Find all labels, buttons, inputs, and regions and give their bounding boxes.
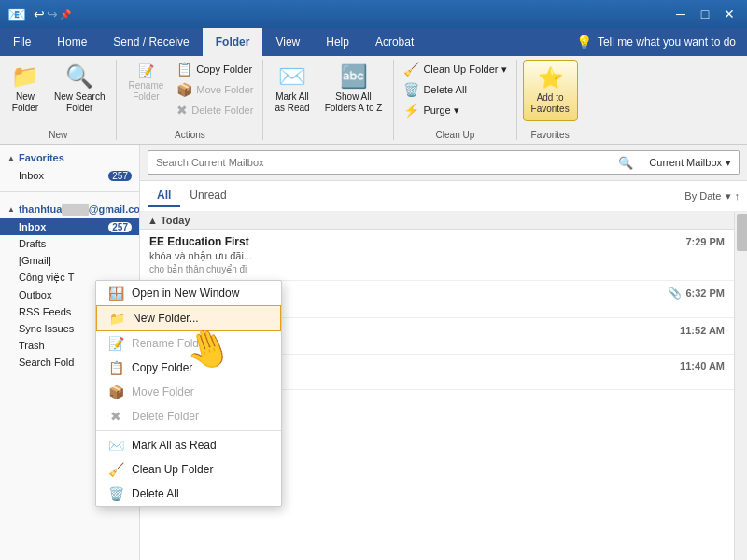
ctx-delete-folder[interactable]: ✖ Delete Folder: [96, 404, 281, 428]
show-all-folders-button[interactable]: 🔤 Show AllFolders A to Z: [319, 60, 388, 118]
purge-button[interactable]: ⚡ Purge ▾: [400, 101, 510, 119]
email-sender-1: EE Education First: [149, 235, 249, 248]
menu-help[interactable]: Help: [313, 28, 362, 56]
copy-folder-icon: 📋: [176, 62, 192, 77]
searchfolder-label: Search Fold: [19, 357, 74, 368]
ribbon-actions-buttons: 📝 RenameFolder 📋 Copy Folder 📦 Move Fold…: [122, 60, 257, 128]
new-folder-button[interactable]: 📁 NewFolder: [6, 60, 45, 118]
new-search-folder-label: New SearchFolder: [54, 91, 105, 114]
email-time-4: 11:40 AM: [680, 360, 725, 371]
favorites-triangle: ▲: [7, 154, 15, 162]
ctx-delete-all[interactable]: 🗑️ Delete All: [96, 482, 281, 506]
date-group-label: ▲ Today: [148, 215, 190, 226]
minimize-button[interactable]: ─: [670, 4, 691, 24]
mailbox-label: Current Mailbox: [649, 157, 722, 168]
open-new-window-icon: 🪟: [107, 286, 124, 301]
mark-all-read-icon: ✉️: [278, 63, 306, 90]
scroll-thumb[interactable]: [737, 214, 747, 251]
move-folder-ctx-icon: 📦: [107, 385, 124, 399]
copy-folder-label: Copy Folder: [196, 63, 252, 75]
ctx-cleanup-folder[interactable]: 🧹 Clean Up Folder: [96, 457, 281, 482]
favorites-header[interactable]: ▲ Favorites: [0, 148, 139, 167]
app-icon: 📧: [7, 6, 26, 23]
cleanup-folder-icon: 🧹: [403, 62, 419, 77]
delete-all-button[interactable]: 🗑️ Delete All: [400, 80, 510, 99]
ctx-open-new-window[interactable]: 🪟 Open in New Window: [96, 281, 281, 305]
sidebar-divider: [0, 191, 139, 192]
delete-folder-ctx-icon: ✖: [107, 409, 124, 424]
ribbon-group-favorites: ⭐ Add toFavorites Favorites: [517, 60, 584, 140]
trash-label: Trash: [19, 340, 45, 351]
sidebar-item-drafts[interactable]: Drafts: [0, 235, 139, 252]
ctx-rename-folder[interactable]: 📝 Rename Folder: [96, 331, 281, 356]
email-list-scrollbar[interactable]: [734, 212, 747, 560]
inbox-badge: 257: [108, 222, 132, 232]
ribbon-group-new: 📁 NewFolder 🔍 New SearchFolder New: [0, 60, 117, 140]
mark-all-read-button[interactable]: ✉️ Mark Allas Read: [269, 60, 315, 118]
sort-area[interactable]: By Date ▾ ↑: [684, 190, 740, 203]
maximize-button[interactable]: □: [695, 4, 715, 24]
tell-me-area[interactable]: 💡 Tell me what you want to do: [565, 28, 747, 56]
inbox-label: Inbox: [19, 221, 46, 232]
attachment-icon-2: 📎: [668, 287, 682, 300]
gmail-label: [Gmail]: [19, 255, 51, 266]
copy-folder-button[interactable]: 📋 Copy Folder: [173, 60, 257, 78]
cleanup-folder-label: Clean Up Folder ▾: [423, 63, 506, 76]
menu-file[interactable]: File: [0, 28, 44, 56]
close-button[interactable]: ✕: [719, 4, 740, 24]
delete-folder-label: Delete Folder: [191, 105, 253, 116]
ctx-move-folder[interactable]: 📦 Move Folder: [96, 380, 281, 404]
undo-button[interactable]: ↩: [34, 7, 45, 21]
sync-label: Sync Issues: [19, 323, 74, 334]
sidebar-item-gmail[interactable]: [Gmail]: [0, 252, 139, 269]
cleanup-col: 🧹 Clean Up Folder ▾ 🗑️ Delete All ⚡ Purg…: [400, 60, 510, 119]
sort-direction-icon[interactable]: ↑: [735, 190, 740, 202]
search-input[interactable]: [156, 157, 618, 168]
lightbulb-icon: 💡: [576, 35, 592, 49]
cleanup-folder-button[interactable]: 🧹 Clean Up Folder ▾: [400, 60, 510, 78]
filter-bar: All Unread By Date ▾ ↑: [140, 181, 747, 212]
pin-button[interactable]: 📌: [60, 9, 71, 20]
ribbon-group-mark: ✉️ Mark Allas Read 🔤 Show AllFolders A t…: [263, 60, 394, 140]
menu-home[interactable]: Home: [44, 28, 100, 56]
ctx-new-folder[interactable]: 📁 New Folder...: [96, 305, 281, 331]
rename-folder-icon: 📝: [138, 63, 154, 78]
search-bar: 🔍 Current Mailbox ▾: [140, 145, 747, 181]
add-to-favorites-button[interactable]: ⭐ Add toFavorites: [523, 60, 578, 121]
ribbon-cleanup-label: Clean Up: [436, 128, 475, 140]
sidebar-item-inbox[interactable]: Inbox 257: [0, 218, 139, 235]
inbox-favorite-label: Inbox: [19, 170, 44, 181]
filter-tab-unread[interactable]: Unread: [180, 185, 235, 207]
ribbon: 📁 NewFolder 🔍 New SearchFolder New 📝 Ren…: [0, 56, 747, 145]
email-item-1[interactable]: EE Education First 7:29 PM khóa và nhận …: [140, 230, 734, 281]
new-search-folder-button[interactable]: 🔍 New SearchFolder: [49, 60, 110, 118]
ctx-copy-folder[interactable]: 📋 Copy Folder: [96, 356, 281, 380]
delete-all-label: Delete All: [423, 84, 466, 95]
account-header[interactable]: ▲ thanhtua████@gmail.com: [0, 200, 139, 218]
menu-view[interactable]: View: [262, 28, 313, 56]
email-preview-1: cho bản thân chuyển đi: [149, 264, 725, 274]
redo-button[interactable]: ↪: [47, 7, 58, 21]
delete-folder-button[interactable]: ✖ Delete Folder: [173, 101, 257, 119]
favorites-label: Favorites: [19, 152, 64, 163]
menu-acrobat[interactable]: Acrobat: [362, 28, 427, 56]
move-folder-button[interactable]: 📦 Move Folder: [173, 80, 257, 99]
sidebar-inbox-favorite[interactable]: Inbox 257: [0, 167, 139, 184]
congviec-label: Công việc T: [19, 272, 74, 284]
mailbox-dropdown[interactable]: Current Mailbox ▾: [641, 150, 740, 175]
filter-tab-all[interactable]: All: [148, 185, 180, 207]
email-subject-1: khóa và nhận ưu đãi...: [149, 250, 725, 262]
undo-redo-group: ↩ ↪ 📌: [34, 7, 71, 21]
new-folder-icon: 📁: [11, 63, 39, 90]
menu-send-receive[interactable]: Send / Receive: [100, 28, 202, 56]
ctx-mark-all-read[interactable]: ✉️ Mark All as Read: [96, 433, 281, 457]
copy-folder-ctx-icon: 📋: [107, 360, 124, 375]
rename-folder-button[interactable]: 📝 RenameFolder: [122, 60, 169, 106]
ctx-move-folder-label: Move Folder: [132, 385, 194, 399]
ribbon-favorites-buttons: ⭐ Add toFavorites: [523, 60, 578, 128]
show-all-folders-icon: 🔤: [340, 63, 368, 90]
menu-folder[interactable]: Folder: [203, 28, 263, 56]
ctx-cleanup-folder-label: Clean Up Folder: [132, 463, 213, 476]
ribbon-new-buttons: 📁 NewFolder 🔍 New SearchFolder: [6, 60, 110, 128]
move-folder-icon: 📦: [176, 82, 192, 97]
